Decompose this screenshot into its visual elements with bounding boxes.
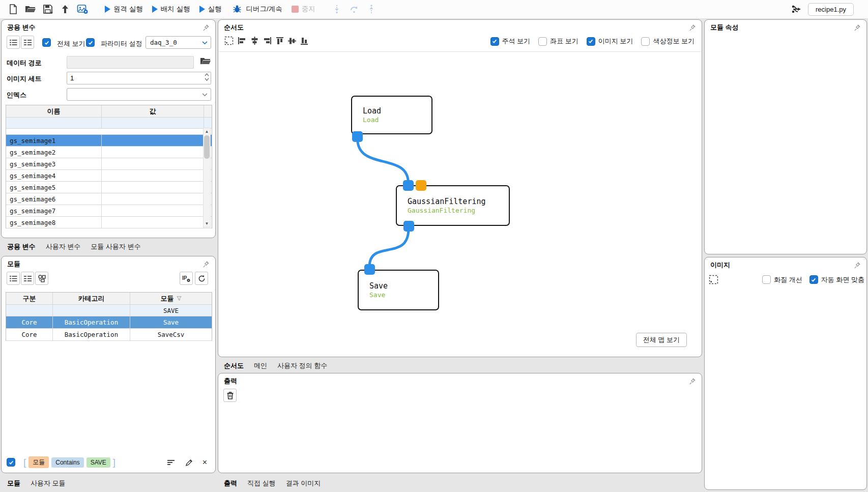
col-header-name[interactable]: 이름 bbox=[6, 105, 102, 117]
align-right-icon[interactable] bbox=[263, 37, 272, 45]
param-setting-checkbox[interactable] bbox=[86, 38, 95, 47]
module-row-selected[interactable]: Core BasicOperation Save bbox=[6, 316, 212, 329]
col-header-module[interactable]: 모듈 bbox=[130, 293, 212, 304]
filter-edit-icon[interactable] bbox=[182, 459, 197, 466]
debug-continue-button[interactable]: 디버그/계속 bbox=[229, 2, 284, 16]
filter-operator-chip[interactable]: Contains bbox=[51, 457, 83, 468]
image-settings-icon[interactable] bbox=[76, 3, 89, 15]
quality-enhance-option[interactable]: 화질 개선 bbox=[762, 275, 802, 284]
table-row[interactable]: gs_semimage8 bbox=[6, 217, 212, 228]
fit-view-icon[interactable] bbox=[224, 36, 234, 45]
port-gaussian-output[interactable] bbox=[403, 221, 414, 231]
port-gaussian-param[interactable] bbox=[416, 180, 426, 191]
step-out-icon[interactable] bbox=[365, 3, 378, 15]
pin-icon[interactable] bbox=[854, 24, 861, 31]
port-save-input[interactable] bbox=[364, 264, 375, 275]
detail-view-icon[interactable] bbox=[21, 272, 34, 285]
new-file-icon[interactable] bbox=[7, 3, 19, 15]
list-view-icon[interactable] bbox=[7, 36, 20, 49]
pin-icon[interactable] bbox=[854, 262, 861, 269]
tab-flowchart[interactable]: 순서도 bbox=[224, 361, 244, 370]
tab-module-user-vars[interactable]: 모듈 사용자 변수 bbox=[91, 242, 140, 251]
table-scrollbar[interactable]: ▲ ▼ bbox=[203, 128, 211, 227]
images-checkbox[interactable] bbox=[587, 37, 595, 46]
quality-enhance-checkbox[interactable] bbox=[762, 275, 771, 284]
pin-icon[interactable] bbox=[202, 261, 210, 268]
pin-icon[interactable] bbox=[689, 378, 696, 385]
table-filter-row[interactable] bbox=[6, 118, 212, 129]
table-row-selected[interactable]: gs_semimage1 bbox=[6, 135, 212, 147]
filter-clear-icon[interactable]: × bbox=[199, 458, 210, 467]
detail-view-icon[interactable] bbox=[21, 36, 34, 49]
fit-image-icon[interactable] bbox=[709, 275, 718, 284]
coordinates-checkbox[interactable] bbox=[538, 37, 547, 46]
full-map-button[interactable]: 전체 맵 보기 bbox=[636, 333, 687, 347]
dataset-dropdown[interactable]: daq_3_0 bbox=[146, 36, 211, 49]
filter-value-chip[interactable]: SAVE bbox=[86, 457, 110, 468]
browse-folder-icon[interactable] bbox=[200, 56, 211, 68]
tab-common-vars[interactable]: 공용 변수 bbox=[7, 242, 36, 251]
filter-sort-icon[interactable] bbox=[163, 459, 179, 466]
stop-button[interactable]: 중지 bbox=[290, 4, 317, 15]
run-batch-button[interactable]: 배치 실행 bbox=[150, 4, 192, 15]
save-icon[interactable] bbox=[42, 3, 54, 15]
align-left-icon[interactable] bbox=[238, 37, 246, 45]
pin-icon[interactable] bbox=[202, 24, 210, 31]
run-button[interactable]: 실행 bbox=[197, 4, 224, 15]
run-remote-button[interactable]: 원격 실행 bbox=[103, 4, 145, 15]
view-option-images[interactable]: 이미지 보기 bbox=[587, 37, 633, 46]
view-option-colorinfo[interactable]: 색상정보 보기 bbox=[641, 37, 695, 46]
table-new-row[interactable] bbox=[6, 129, 212, 135]
table-row[interactable]: gs_semimage5 bbox=[6, 182, 212, 193]
tab-result-image[interactable]: 결과 이미지 bbox=[286, 479, 321, 488]
recipe-file-button[interactable]: recipe1.py bbox=[808, 3, 854, 16]
align-middle-vertical-icon[interactable] bbox=[288, 37, 296, 45]
ip-module-icon[interactable]: IP bbox=[180, 272, 193, 285]
align-center-horizontal-icon[interactable] bbox=[250, 37, 259, 45]
port-load-output[interactable] bbox=[352, 131, 363, 142]
table-row[interactable]: gs_semimage3 bbox=[6, 158, 212, 170]
annotations-checkbox[interactable] bbox=[490, 37, 499, 46]
auto-fit-checkbox[interactable] bbox=[809, 275, 818, 284]
node-load[interactable]: Load Load bbox=[351, 96, 432, 134]
align-bottom-icon[interactable] bbox=[300, 37, 308, 45]
tab-user-modules[interactable]: 사용자 모듈 bbox=[31, 479, 66, 488]
colorinfo-checkbox[interactable] bbox=[641, 37, 650, 46]
data-path-input[interactable] bbox=[67, 56, 194, 69]
module-row[interactable]: Core BasicOperation SaveCsv bbox=[6, 329, 212, 341]
auto-fit-option[interactable]: 자동 화면 맞춤 bbox=[809, 275, 864, 284]
node-gaussianfiltering[interactable]: GaussianFiltering GaussianFiltering bbox=[396, 185, 510, 226]
view-option-annotations[interactable]: 주석 보기 bbox=[490, 37, 531, 46]
tab-main[interactable]: 메인 bbox=[254, 361, 267, 370]
col-header-type[interactable]: 구분 bbox=[6, 293, 53, 304]
filter-field-chip[interactable]: 모듈 bbox=[28, 456, 49, 468]
tab-user-vars[interactable]: 사용자 변수 bbox=[46, 242, 81, 251]
refresh-icon[interactable] bbox=[195, 272, 208, 285]
col-header-value[interactable]: 값 bbox=[102, 105, 204, 117]
table-row[interactable]: gs_semimage4 bbox=[6, 170, 212, 182]
flowchart-canvas[interactable]: Load Load GaussianFiltering GaussianFilt… bbox=[219, 51, 701, 356]
tab-modules[interactable]: 모듈 bbox=[7, 479, 20, 488]
clear-output-icon[interactable] bbox=[223, 389, 237, 402]
open-folder-icon[interactable] bbox=[24, 3, 37, 15]
tab-direct-run[interactable]: 직접 실행 bbox=[247, 479, 276, 488]
output-log-area[interactable] bbox=[219, 405, 701, 472]
pin-icon[interactable] bbox=[689, 24, 696, 31]
tab-output[interactable]: 출력 bbox=[224, 479, 237, 488]
list-view-icon[interactable] bbox=[7, 272, 20, 285]
step-over-icon[interactable] bbox=[348, 3, 360, 15]
table-row[interactable]: gs_semimage2 bbox=[6, 147, 212, 158]
table-row[interactable]: gs_semimage7 bbox=[6, 205, 212, 217]
image-view-area[interactable] bbox=[705, 289, 866, 489]
step-into-icon[interactable] bbox=[331, 3, 343, 15]
class-view-icon[interactable] bbox=[35, 272, 48, 285]
port-gaussian-input[interactable] bbox=[403, 180, 414, 191]
view-option-coordinates[interactable]: 좌표 보기 bbox=[538, 37, 578, 46]
image-set-input[interactable] bbox=[67, 72, 211, 84]
branch-merge-icon[interactable] bbox=[791, 3, 803, 15]
spinner-up-down-icons[interactable] bbox=[205, 73, 209, 81]
node-save[interactable]: Save Save bbox=[358, 270, 439, 310]
table-row[interactable]: gs_semimage6 bbox=[6, 193, 212, 205]
export-icon[interactable] bbox=[59, 3, 71, 15]
filter-enabled-checkbox[interactable] bbox=[7, 458, 15, 467]
